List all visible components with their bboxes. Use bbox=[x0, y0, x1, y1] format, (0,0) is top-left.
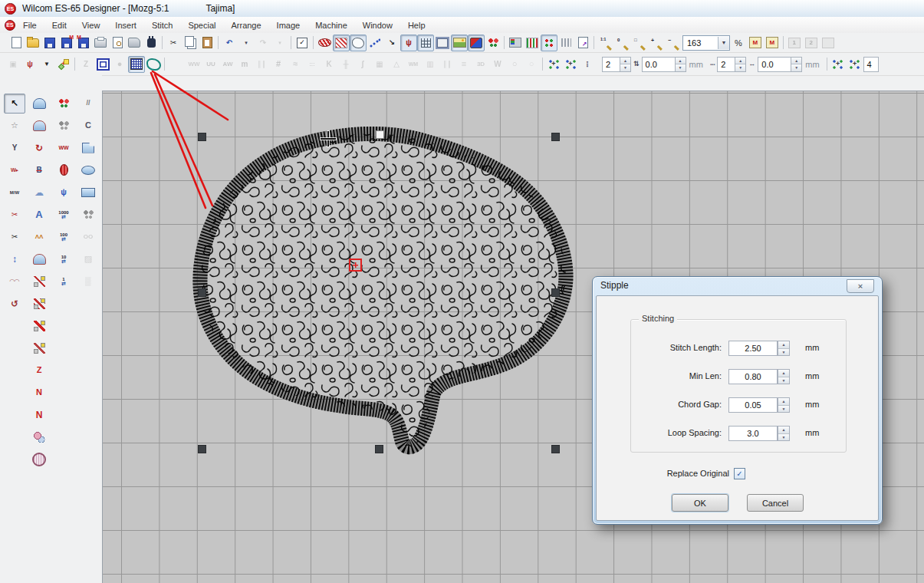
mirror-copy-button[interactable]: ΛΛ bbox=[28, 227, 50, 247]
paste-button[interactable] bbox=[199, 35, 215, 51]
machine-functions-button[interactable] bbox=[557, 35, 574, 51]
loop-spacing-input[interactable]: 3.0 bbox=[728, 426, 778, 441]
dialog-close-button[interactable]: × bbox=[847, 279, 874, 293]
print-button[interactable] bbox=[92, 35, 109, 51]
length-value[interactable]: 0.0 bbox=[758, 57, 791, 72]
column-stitch-button[interactable] bbox=[53, 160, 74, 180]
star-tool-button[interactable] bbox=[28, 427, 50, 447]
select-tool-button[interactable]: ↖ bbox=[4, 94, 25, 114]
selection-handle-bottom-right[interactable] bbox=[551, 445, 560, 453]
stitch-length-spinner[interactable]: ▲▼ bbox=[778, 341, 790, 356]
menu-help[interactable]: Help bbox=[400, 19, 433, 31]
menu-stitch[interactable]: Stitch bbox=[144, 19, 181, 31]
stitch-cord-button[interactable] bbox=[316, 35, 333, 51]
zigzag-select-button[interactable]: W▸ bbox=[4, 160, 25, 180]
remove-stitches-button[interactable]: ✂ bbox=[4, 205, 25, 225]
zoom-100-button[interactable]: 100 bbox=[53, 227, 74, 247]
zoom-1000-button[interactable]: 1000 bbox=[53, 205, 74, 225]
show-connectors-button[interactable]: ψ bbox=[400, 35, 417, 51]
motif-line-button[interactable] bbox=[28, 316, 50, 336]
reshape-views-button[interactable] bbox=[28, 94, 50, 114]
spacing-spinner[interactable]: ▲▼ bbox=[676, 57, 686, 72]
insert-artwork-button[interactable] bbox=[53, 116, 74, 136]
menu-view[interactable]: View bbox=[74, 19, 108, 31]
show-backdrop-button[interactable] bbox=[451, 35, 468, 51]
output-machine-file-button[interactable]: M bbox=[764, 35, 781, 51]
menu-machine[interactable]: Machine bbox=[307, 19, 355, 31]
new-document-button[interactable] bbox=[8, 35, 25, 51]
insert-embroidery-button[interactable] bbox=[53, 94, 74, 114]
undo-dropdown-button[interactable]: ▾ bbox=[238, 35, 255, 51]
reshape-object-button[interactable]: + bbox=[55, 56, 72, 73]
selection-handle-mid-left[interactable] bbox=[198, 288, 206, 297]
selection-handle-top-right[interactable] bbox=[551, 133, 560, 141]
triple-run-button[interactable] bbox=[28, 294, 50, 314]
move-pattern-a-button[interactable]: + bbox=[830, 56, 847, 73]
copy-button[interactable] bbox=[182, 35, 199, 51]
rotate-object-button[interactable]: ↻ bbox=[28, 138, 50, 158]
show-grid-button[interactable] bbox=[417, 35, 434, 51]
export-design-button[interactable] bbox=[574, 35, 591, 51]
offset-object-button[interactable] bbox=[94, 56, 111, 73]
min-len-spinner[interactable]: ▲▼ bbox=[778, 369, 790, 384]
show-needle-points-button[interactable] bbox=[367, 35, 383, 51]
rotate-ellipse-button[interactable]: ↺ bbox=[4, 294, 25, 314]
penetration-tool-button[interactable]: ψ bbox=[53, 183, 74, 203]
show-stitches-button[interactable] bbox=[333, 35, 350, 51]
color-film-button[interactable] bbox=[541, 35, 557, 51]
stitch-ratio-button[interactable]: M/W bbox=[4, 183, 25, 203]
run-tool-button[interactable] bbox=[28, 272, 50, 292]
ellipse-tool-button[interactable] bbox=[77, 160, 99, 180]
fan-fill-button[interactable]: ◠◠ bbox=[4, 272, 25, 292]
selection-handle-bottom-center[interactable] bbox=[375, 445, 383, 453]
cut-button[interactable]: ✂ bbox=[165, 35, 182, 51]
zoom-1-button[interactable]: 1 bbox=[53, 272, 74, 292]
travel-by-needle-button[interactable]: ▼ bbox=[38, 56, 55, 73]
reshape-dome-button[interactable] bbox=[28, 116, 50, 136]
document-logo-icon[interactable]: ES bbox=[5, 20, 15, 31]
backstitch-button[interactable] bbox=[28, 338, 50, 358]
auto-select-button[interactable]: ✓ bbox=[294, 35, 311, 51]
zoom-combo-dropdown-icon[interactable]: ▼ bbox=[718, 37, 729, 49]
menu-insert[interactable]: Insert bbox=[107, 19, 144, 31]
branching-button[interactable]: ☁ bbox=[28, 183, 50, 203]
open-design-button[interactable] bbox=[25, 35, 41, 51]
layout-to-rectangle-button[interactable]: + bbox=[545, 56, 562, 73]
zoom-in-button[interactable]: + bbox=[647, 35, 664, 51]
slant-lines-button[interactable]: // bbox=[77, 94, 99, 114]
stitch-length-tool-button[interactable]: ↕ bbox=[4, 249, 25, 269]
complex-shape-button[interactable] bbox=[77, 138, 99, 158]
menu-window[interactable]: Window bbox=[355, 19, 400, 31]
length-spinner[interactable]: ▲▼ bbox=[791, 57, 802, 72]
send-to-machine-button[interactable] bbox=[126, 35, 143, 51]
zoom-level-value[interactable]: 163 bbox=[683, 38, 718, 48]
stitch-list-button[interactable] bbox=[524, 35, 541, 51]
freehand-select-button[interactable]: ☆ bbox=[4, 116, 25, 136]
menu-file[interactable]: File bbox=[15, 19, 44, 31]
menu-arrange[interactable]: Arrange bbox=[223, 19, 268, 31]
ok-button[interactable]: OK bbox=[672, 494, 728, 512]
connect-machine-button[interactable] bbox=[143, 35, 159, 51]
save-design-button[interactable] bbox=[41, 35, 58, 51]
dim-artwork-button[interactable] bbox=[468, 35, 485, 51]
chord-gap-spinner[interactable]: ▲▼ bbox=[778, 397, 790, 413]
cancel-button[interactable]: Cancel bbox=[747, 494, 804, 512]
show-hoop-button[interactable] bbox=[434, 35, 451, 51]
node-edit-button[interactable]: Y bbox=[4, 138, 25, 158]
stipple-fill-button[interactable] bbox=[128, 56, 145, 73]
slow-redraw-button[interactable] bbox=[507, 35, 524, 51]
zoom-to-fit-button[interactable]: 0 bbox=[613, 35, 630, 51]
zoom-1-to-1-button[interactable]: 1:1 bbox=[597, 35, 613, 51]
more-layout-options-button[interactable]: ⋮ bbox=[579, 56, 596, 73]
trace-shape-button[interactable] bbox=[145, 56, 162, 73]
insert-machine-file-button[interactable]: M bbox=[747, 35, 764, 51]
insert-flower-button[interactable] bbox=[77, 205, 99, 225]
save-machine-copy-button[interactable] bbox=[75, 35, 92, 51]
undo-button[interactable]: ↶ bbox=[221, 35, 238, 51]
move-pattern-b-button[interactable]: + bbox=[847, 56, 863, 73]
zoom-out-button[interactable]: − bbox=[664, 35, 681, 51]
pull-comp-spinner[interactable]: ▲▼ bbox=[620, 57, 631, 72]
zigzag-line-button[interactable]: Z bbox=[28, 361, 50, 380]
edge-field-value[interactable]: 4 bbox=[863, 57, 879, 72]
stitch-player-button[interactable]: ψ bbox=[21, 56, 38, 73]
